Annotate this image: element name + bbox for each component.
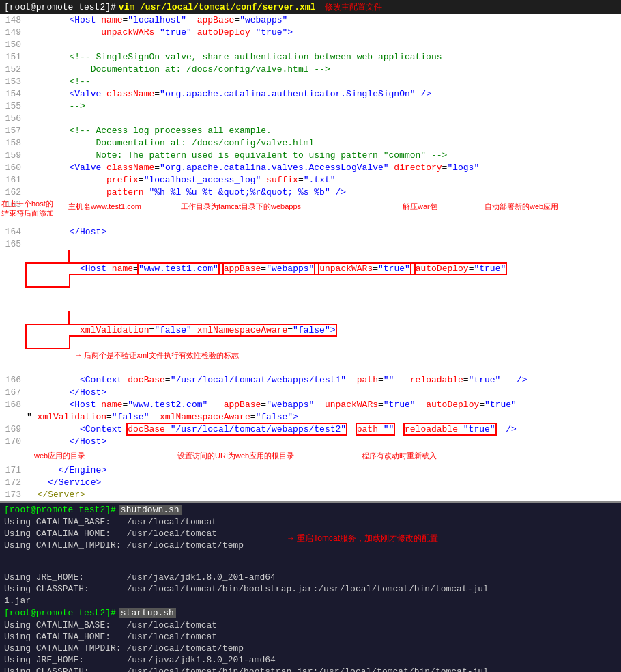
code-line-148: 148 <Host name="localhost" appBase="weba… [0, 14, 621, 27]
code-editor: 148 <Host name="localhost" appBase="weba… [0, 14, 621, 501]
code-line-150: 150 [0, 39, 621, 51]
code-line-149: 149 unpackWARs="true" autoDeploy="true"> [0, 27, 621, 39]
annotation-row-bottom: web应用的目录 设置访问的URI为web应用的根目录 程序有改动时重新载入 [0, 448, 621, 464]
annotation-webdir: web应用的目录 [34, 449, 85, 462]
code-line-161: 161 prefix="localhost_access_log" suffix… [0, 174, 621, 186]
code-line-168: 168 <Host name="www.test2.com" appBase="… [0, 399, 621, 411]
code-line-156: 156 [0, 113, 621, 125]
annotation-restart: → 重启Tomcat服务，加载刚才修改的配置 [287, 533, 438, 544]
annotation-hostname: 主机名www.test1.com [68, 200, 141, 212]
code-line-153: 153 <!-- [0, 76, 621, 88]
code-line-159: 159 Note: The pattern used is equivalent… [0, 150, 621, 162]
annotation-left-host: 在上一个host的结束符后面添加 [1, 199, 54, 218]
terminal-section: [root@promote test2]# shutdown.sh Using … [0, 503, 621, 672]
annotation-appbase: 工作目录为tamcat目录下的webapps [181, 200, 301, 212]
code-line-167: 167 </Host> [0, 387, 621, 399]
classpath-2: Using CLASSPATH: /usr/local/tomcat/bin/b… [0, 666, 621, 672]
code-line-155: 155 --> [0, 100, 621, 113]
jre-home-2: Using JRE_HOME: /usr/java/jdk1.8.0_201-a… [0, 654, 621, 666]
terminal-prompt-2: [root@promote test2]# [4, 608, 116, 618]
terminal-prompt-1: [root@promote test2]# [4, 505, 116, 515]
catalina-home-2: Using CATALINA_HOME: /usr/local/tomcat [0, 631, 621, 643]
code-line-172: 172 </Service> [0, 477, 621, 489]
catalina-base-1: Using CATALINA_BASE: /usr/local/tomcat [0, 516, 621, 528]
code-line-165: 165 <Host name="www.test1.com" appBase="… [0, 238, 621, 300]
catalina-base-2: Using CATALINA_BASE: /usr/local/tomcat [0, 619, 621, 631]
code-line-152: 152 Documentation at: /docs/config/valve… [0, 64, 621, 76]
classpath-1: Using CLASSPATH: /usr/local/tomcat/bin/b… [0, 583, 621, 595]
startup-command: startup.sh [119, 608, 176, 618]
catalina-tmpdir-1: Using CATALINA_TMPDIR: /usr/local/tomcat… [0, 540, 621, 572]
shutdown-command: shutdown.sh [119, 505, 182, 515]
code-line-169: 169 <Context docBase="/usr/local/tomcat/… [0, 423, 621, 436]
code-line-170: 170 </Host> [0, 436, 621, 448]
annotation-uri: 设置访问的URI为web应用的根目录 [177, 449, 294, 462]
annotation-unpack: 解压war包 [403, 200, 437, 212]
annotation-autodeploy: 自动部署新的web应用 [485, 200, 558, 212]
code-line-158: 158 Documentation at: /docs/config/valve… [0, 137, 621, 150]
code-line-168b: " xmlValidation="false" xmlNamespaceAwar… [0, 411, 621, 423]
code-line-157: 157 <!-- Access log processes all exampl… [0, 125, 621, 137]
classpath-1b: i.jar [0, 595, 621, 606]
code-line-160: 160 <Valve className="org.apache.catalin… [0, 162, 621, 174]
annotation-reload: 程序有改动时重新载入 [362, 449, 437, 462]
top-command-bar: [root@promote test2]# vim /usr/local/tom… [0, 0, 621, 14]
jre-home-1: Using JRE_HOME: /usr/java/jdk1.8.0_201-a… [0, 572, 621, 583]
code-line-154: 154 <Valve className="org.apache.catalin… [0, 88, 621, 100]
catalina-tmpdir-2: Using CATALINA_TMPDIR: /usr/local/tomcat… [0, 643, 621, 654]
code-line-171: 171 </Engine> [0, 464, 621, 477]
vim-command: vim /usr/local/tomcat/conf/server.xml [119, 2, 316, 12]
code-line-165b: xmlValidation="false" xmlNamespaceAware=… [0, 300, 621, 374]
code-line-151: 151 <!-- SingleSignOn valve, share authe… [0, 51, 621, 64]
code-line-163: 163 在上一个host的结束符后面添加 主机名www.test1.com 工作… [0, 199, 621, 226]
cmd-annotation: 修改主配置文件 [325, 1, 382, 13]
code-line-173: 173 </Server> [0, 489, 621, 501]
shell-prompt: [root@promote test2]# [4, 2, 116, 12]
shutdown-cmd-line: [root@promote test2]# shutdown.sh [0, 503, 621, 516]
code-line-162: 162 pattern="%h %l %u %t &quot;%r&quot; … [0, 186, 621, 199]
code-line-166: 166 <Context docBase="/usr/local/tomcat/… [0, 374, 621, 387]
line-165-group: 165 <Host name="www.test1.com" appBase="… [0, 238, 621, 374]
code-line-164: 164 </Host> [0, 226, 621, 238]
startup-cmd-line: [root@promote test2]# startup.sh [0, 606, 621, 619]
